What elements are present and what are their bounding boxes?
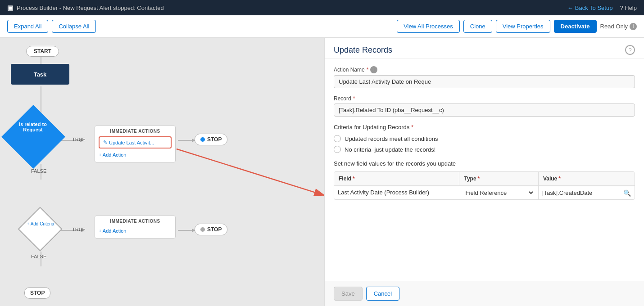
field-input-row1[interactable]: [338, 189, 456, 196]
stop-dot-2: [200, 227, 205, 232]
diamond1-false-label: FALSE: [31, 168, 46, 174]
cancel-button[interactable]: Cancel: [366, 287, 399, 301]
criteria-title: Criteria for Updating Records *: [334, 124, 635, 130]
table-cell-field: [334, 186, 460, 199]
table-cell-value: 🔍: [538, 186, 635, 199]
immediate-actions-title-2: IMMEDIATE ACTIONS: [99, 219, 172, 224]
action-name-info-icon[interactable]: i: [370, 66, 377, 73]
table-row: Field Reference 🔍: [334, 186, 635, 199]
field-values-title: Set new field values for the records you…: [334, 160, 635, 167]
table-header: Field * Type * Value *: [334, 172, 635, 186]
required-star-action: *: [367, 67, 369, 73]
add-action-button-1[interactable]: + Add Action: [99, 150, 172, 159]
top-bar-right: ← Back To Setup ? Help: [567, 4, 637, 11]
svg-line-14: [177, 149, 324, 195]
deactivate-button[interactable]: Deactivate: [554, 20, 597, 33]
col-header-type: Type *: [459, 172, 538, 185]
read-only-badge: Read Only i: [600, 23, 637, 30]
criteria-option-2[interactable]: No criteria–just update the records!: [334, 146, 635, 153]
record-label: Record *: [334, 95, 635, 102]
immediate-actions-title-1: IMMEDIATE ACTIONS: [99, 129, 172, 134]
toolbar-left: Expand All Collapse All: [7, 20, 96, 33]
save-button: Save: [334, 287, 363, 301]
col-header-field: Field *: [334, 172, 459, 185]
panel-footer: Save Cancel: [325, 281, 644, 306]
record-group: Record *: [334, 95, 635, 117]
table-cell-type: Field Reference: [460, 186, 539, 199]
pencil-icon: ✎: [103, 140, 107, 145]
canvas: START Task Is related to Request TRUE FA…: [0, 38, 324, 306]
back-to-setup-link[interactable]: ← Back To Setup: [567, 4, 613, 11]
add-criteria-diamond[interactable]: [18, 207, 63, 252]
question-icon: ?: [620, 4, 623, 11]
main-content: START Task Is related to Request TRUE FA…: [0, 38, 644, 306]
right-panel: Update Records ? Action Name * i Record …: [324, 38, 644, 306]
app-title: Process Builder - New Request Alert stop…: [17, 4, 164, 11]
action-name-input[interactable]: [334, 75, 635, 88]
expand-all-button[interactable]: Expand All: [7, 20, 48, 33]
panel-help-icon[interactable]: ?: [625, 45, 635, 55]
right-panel-header: Update Records ?: [325, 38, 644, 59]
immediate-actions-box-2: IMMEDIATE ACTIONS + Add Action: [95, 216, 176, 238]
action-name-label: Action Name * i: [334, 66, 635, 73]
task-node[interactable]: Task: [11, 64, 69, 85]
top-bar-left: ▣ Process Builder - New Request Alert st…: [7, 4, 164, 11]
stop-dot-1: [200, 137, 205, 142]
action-name-group: Action Name * i: [334, 66, 635, 88]
read-only-info-icon[interactable]: i: [630, 23, 637, 30]
back-to-setup-label: Back To Setup: [575, 4, 613, 11]
start-node: START: [26, 46, 59, 57]
view-all-processes-button[interactable]: View All Processes: [397, 20, 460, 33]
decision-diamond-1[interactable]: [1, 105, 65, 168]
type-select-row1[interactable]: Field Reference: [464, 189, 535, 197]
read-only-label: Read Only: [600, 23, 628, 30]
criteria-section: Criteria for Updating Records * Updated …: [334, 124, 635, 153]
criteria-radio-group: Updated records meet all conditions No c…: [334, 135, 635, 153]
right-panel-title: Update Records: [334, 45, 392, 55]
stop-node-1: STOP: [195, 134, 227, 145]
search-value-button[interactable]: 🔍: [623, 189, 631, 197]
update-last-activity-button[interactable]: ✎ Update Last Activit...: [99, 136, 172, 148]
radio-2: [334, 146, 341, 153]
diamond2-true-label: TRUE: [72, 227, 86, 232]
field-values-section: Set new field values for the records you…: [334, 160, 635, 200]
back-arrow-icon: ←: [567, 4, 573, 11]
diamond2-false-label: FALSE: [31, 254, 46, 259]
toolbar-right: View All Processes Clone View Properties…: [397, 20, 637, 33]
value-input-row1[interactable]: [542, 189, 623, 196]
clone-button[interactable]: Clone: [463, 20, 492, 33]
field-values-table: Field * Type * Value *: [334, 171, 635, 200]
add-action-button-2[interactable]: + Add Action: [99, 226, 172, 235]
collapse-all-button[interactable]: Collapse All: [52, 20, 96, 33]
help-link[interactable]: ? Help: [620, 4, 637, 11]
criteria-option-1[interactable]: Updated records meet all conditions: [334, 135, 635, 142]
app-logo: ▣: [7, 4, 13, 11]
diamond1-true-label: TRUE: [72, 137, 86, 142]
criteria-required-star: *: [411, 124, 413, 130]
record-input[interactable]: [334, 104, 635, 117]
view-properties-button[interactable]: View Properties: [496, 20, 550, 33]
col-header-value: Value *: [538, 172, 635, 185]
stop-node-2: STOP: [195, 224, 227, 235]
top-bar: ▣ Process Builder - New Request Alert st…: [0, 0, 644, 15]
right-panel-body: Action Name * i Record * Criteria for Up…: [325, 59, 644, 281]
radio-1: [334, 135, 341, 142]
stop-node-bottom: STOP: [24, 287, 50, 299]
toolbar: Expand All Collapse All View All Process…: [0, 15, 644, 38]
required-star-record: *: [353, 95, 355, 102]
immediate-actions-box-1: IMMEDIATE ACTIONS ✎ Update Last Activit.…: [95, 126, 176, 162]
